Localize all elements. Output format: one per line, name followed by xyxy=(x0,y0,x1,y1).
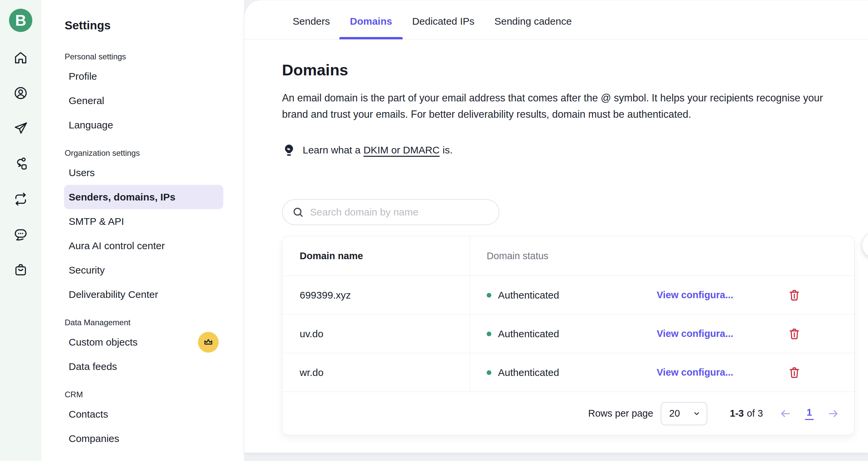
campaigns-send-icon[interactable] xyxy=(13,121,28,136)
previous-page-button[interactable] xyxy=(779,407,792,420)
sidebar-item-custom-objects[interactable]: Custom objects xyxy=(64,330,223,354)
domain-name-cell: uv.do xyxy=(282,315,470,353)
transactional-repeat-icon[interactable] xyxy=(13,192,28,207)
sidebar-item-profile[interactable]: Profile xyxy=(64,64,223,88)
section-label-personal-settings: Personal settings xyxy=(65,49,234,64)
commerce-bag-icon[interactable] xyxy=(13,262,28,278)
learn-text: Learn what a xyxy=(303,144,360,156)
crown-icon xyxy=(198,332,219,353)
conversations-chat-icon[interactable] xyxy=(13,227,28,242)
trash-icon xyxy=(788,288,801,302)
trash-icon xyxy=(788,365,801,380)
arrow-right-icon xyxy=(827,407,840,420)
view-configuration-link[interactable]: View configura... xyxy=(657,328,788,339)
sidebar-item-data-feeds[interactable]: Data feeds xyxy=(64,354,223,379)
brevo-logo[interactable]: B xyxy=(9,9,32,32)
chevron-down-icon xyxy=(692,409,701,418)
table-row: 699399.xyz Authenticated View configura.… xyxy=(282,276,854,314)
rows-per-page-select[interactable]: 20 xyxy=(661,402,707,425)
table-row: uv.do Authenticated View configura... xyxy=(282,314,854,353)
delete-domain-button[interactable] xyxy=(788,288,801,302)
sidebar-item-language[interactable]: Language xyxy=(64,113,223,137)
page-description: An email domain is the part of your emai… xyxy=(282,90,829,122)
automation-flow-icon[interactable] xyxy=(13,156,28,171)
sidebar-item-deliverability-center[interactable]: Deliverability Center xyxy=(64,282,223,307)
lightbulb-icon xyxy=(282,143,296,157)
pagination-range: 1-3 of 3 xyxy=(730,408,763,419)
dkim-dmarc-link[interactable]: DKIM or DMARC xyxy=(363,144,439,156)
status-dot-icon xyxy=(487,293,491,297)
learn-text-suffix: is. xyxy=(443,144,453,156)
sidebar-item-general[interactable]: General xyxy=(64,88,223,113)
learn-row: Learn what aDKIM or DMARCis. xyxy=(282,143,868,157)
section-label-data-management: Data Management xyxy=(65,315,234,330)
search-icon xyxy=(292,206,304,218)
sidebar-item-aura-ai-control-center[interactable]: Aura AI control center xyxy=(64,233,223,258)
sidebar-item-smtp-api[interactable]: SMTP & API xyxy=(64,209,223,233)
table-footer: Rows per page 20 1-3 of 3 1 xyxy=(282,392,854,435)
search-box xyxy=(282,199,499,225)
app-rail: B xyxy=(0,0,41,461)
domain-status: Authenticated xyxy=(487,367,657,378)
domain-status: Authenticated xyxy=(487,328,657,340)
settings-sidebar: Settings Personal settings Profile Gener… xyxy=(41,0,244,461)
domain-name-cell: wr.do xyxy=(282,353,470,392)
view-configuration-link[interactable]: View configura... xyxy=(657,290,788,300)
status-dot-icon xyxy=(487,370,491,375)
sidebar-item-security[interactable]: Security xyxy=(64,258,223,282)
domains-table: Domain name Domain status 699399.xyz Aut… xyxy=(282,236,855,435)
section-label-crm: CRM xyxy=(65,387,234,402)
home-icon[interactable] xyxy=(13,50,28,65)
main-area: Senders Domains Dedicated IPs Sending ca… xyxy=(244,0,868,461)
tab-domains[interactable]: Domains xyxy=(350,16,392,39)
column-header-domain-status: Domain status xyxy=(470,236,854,276)
sidebar-item-users[interactable]: Users xyxy=(64,161,223,185)
delete-domain-button[interactable] xyxy=(788,365,801,380)
tab-sending-cadence[interactable]: Sending cadence xyxy=(494,16,572,39)
page-title: Domains xyxy=(282,61,868,79)
sidebar-item-companies[interactable]: Companies xyxy=(64,426,223,451)
delete-domain-button[interactable] xyxy=(788,326,801,341)
table-row: wr.do Authenticated View configura... xyxy=(282,353,854,392)
column-header-domain-name: Domain name xyxy=(282,236,470,276)
search-input[interactable] xyxy=(309,206,489,218)
tab-dedicated-ips[interactable]: Dedicated IPs xyxy=(412,16,474,39)
sidebar-title: Settings xyxy=(65,19,234,32)
sidebar-item-senders-domains-ips[interactable]: Senders, domains, IPs xyxy=(64,185,223,209)
tab-senders[interactable]: Senders xyxy=(293,16,330,39)
domain-name-cell: 699399.xyz xyxy=(282,276,470,314)
section-label-organization-settings: Organization settings xyxy=(65,146,234,161)
page-number-1[interactable]: 1 xyxy=(805,407,814,420)
next-page-button[interactable] xyxy=(827,407,840,420)
view-configuration-link[interactable]: View configura... xyxy=(657,367,788,378)
account-icon[interactable] xyxy=(13,85,28,101)
arrow-left-icon xyxy=(779,407,792,420)
tab-bar: Senders Domains Dedicated IPs Sending ca… xyxy=(244,0,868,39)
domain-status: Authenticated xyxy=(487,290,657,301)
status-dot-icon xyxy=(487,332,491,336)
sidebar-item-contacts[interactable]: Contacts xyxy=(64,402,223,426)
trash-icon xyxy=(788,326,801,341)
table-header: Domain name Domain status xyxy=(282,236,854,276)
main-canvas: Senders Domains Dedicated IPs Sending ca… xyxy=(244,0,868,453)
rows-per-page-label: Rows per page xyxy=(588,408,653,419)
